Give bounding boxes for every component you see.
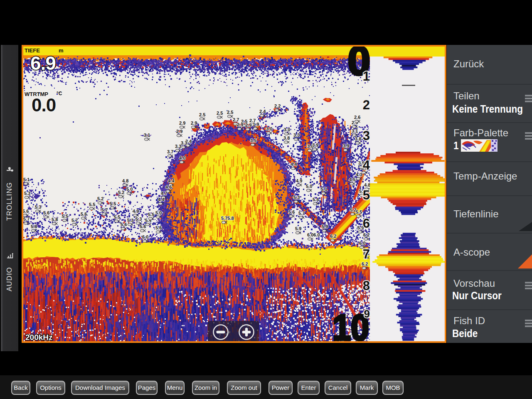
svg-text:5.7: 5.7 [23,217,30,222]
svg-text:3.7: 3.7 [167,149,173,154]
svg-text:7: 7 [363,247,370,261]
svg-text:3.0: 3.0 [266,126,272,131]
svg-text:2.9: 2.9 [245,123,251,128]
svg-text:5.6: 5.6 [43,210,49,215]
svg-text:6.2: 6.2 [363,232,369,237]
svg-text:4.7: 4.7 [161,191,167,196]
svg-text:6.0: 6.0 [359,241,365,246]
svg-text:5.5: 5.5 [62,214,68,219]
svg-text:5.0: 5.0 [155,210,162,215]
svg-text:5: 5 [363,188,370,202]
svg-text:5.9: 5.9 [295,226,301,231]
svg-text:2.2: 2.2 [274,103,281,108]
svg-text:5.0: 5.0 [126,187,133,192]
svg-text:5.6: 5.6 [140,224,146,229]
svg-text:4.4: 4.4 [158,197,165,202]
svg-text:5.5: 5.5 [356,209,362,214]
svg-text:3.8: 3.8 [355,136,361,141]
svg-text:5.1: 5.1 [321,187,327,192]
svg-text:4.9: 4.9 [296,178,302,183]
svg-text:0.0: 0.0 [32,95,56,115]
svg-text:4.4: 4.4 [291,162,297,167]
svg-text:5.5: 5.5 [148,212,154,217]
svg-text:5.9: 5.9 [322,224,328,229]
svg-text:6.0: 6.0 [142,234,148,239]
svg-text:5.2: 5.2 [350,207,356,212]
svg-text:2.4: 2.4 [259,109,266,114]
svg-text:2.9: 2.9 [237,122,243,127]
svg-text:6: 6 [363,216,370,231]
svg-text:m: m [59,47,64,54]
svg-text:5.6: 5.6 [81,212,87,217]
svg-text:5.6: 5.6 [155,225,162,230]
svg-text:2.9: 2.9 [176,129,182,134]
svg-text:4: 4 [363,158,370,172]
svg-text:5.7: 5.7 [298,211,305,216]
svg-text:5.3: 5.3 [24,191,30,196]
svg-text:5.8: 5.8 [52,217,58,222]
svg-text:5.75.8: 5.75.8 [221,216,234,221]
svg-text:3.3: 3.3 [175,144,181,149]
svg-text:8: 8 [363,278,370,293]
svg-text:200kHz: 200kHz [25,333,53,342]
svg-text:6.9: 6.9 [30,52,56,74]
svg-text:5.2: 5.2 [97,196,103,201]
svg-text:2.7: 2.7 [233,117,239,122]
svg-text:1: 1 [363,69,370,84]
svg-text:4.8: 4.8 [364,182,370,187]
svg-text:5.5: 5.5 [89,202,95,207]
svg-text:4.9: 4.9 [133,209,139,214]
svg-text:2: 2 [363,98,370,112]
svg-text:3.1: 3.1 [352,128,358,133]
svg-text:3.3: 3.3 [181,140,187,145]
svg-text:3.9: 3.9 [312,143,318,148]
svg-text:4.8: 4.8 [122,178,128,183]
svg-text:5.3: 5.3 [127,218,133,223]
svg-text:1.9: 1.9 [253,122,259,127]
svg-text:3.3: 3.3 [293,133,300,138]
svg-text:2.9: 2.9 [179,121,185,126]
svg-text:4.3: 4.3 [356,172,362,177]
svg-text:3: 3 [363,128,370,143]
svg-text:6.2: 6.2 [330,234,336,239]
svg-text:4.5: 4.5 [349,177,355,182]
svg-text:5.0: 5.0 [306,184,312,189]
svg-text:4.4: 4.4 [168,178,175,183]
svg-text:°C: °C [57,91,62,96]
svg-text:5.8: 5.8 [31,224,37,229]
svg-text:5.6: 5.6 [121,222,127,227]
svg-text:5.4: 5.4 [313,197,319,202]
svg-text:5.3: 5.3 [293,195,300,200]
svg-text:5.2: 5.2 [118,190,124,195]
svg-text:3.9: 3.9 [343,143,349,148]
svg-text:5.6: 5.6 [288,209,295,214]
svg-text:4.6: 4.6 [165,185,172,190]
svg-text:5.7: 5.7 [101,207,108,212]
svg-text:3.1: 3.1 [144,133,150,138]
svg-text:2.5: 2.5 [227,110,233,115]
svg-text:6.2: 6.2 [362,261,368,266]
svg-text:2.9: 2.9 [191,121,197,126]
svg-text:9: 9 [364,308,370,320]
svg-text:2.5: 2.5 [199,112,205,117]
svg-text:5.6: 5.6 [22,209,29,214]
svg-text:6.06.0: 6.06.0 [307,232,320,237]
svg-text:2.5: 2.5 [217,111,223,116]
svg-text:4.0: 4.0 [179,155,185,160]
svg-text:5.5: 5.5 [110,201,116,206]
svg-text:2.6: 2.6 [354,115,360,120]
svg-text:3.0: 3.0 [284,127,290,132]
svg-text:5.3: 5.3 [35,204,41,209]
svg-text:5.1: 5.1 [23,177,30,182]
svg-text:3.5: 3.5 [250,138,256,143]
svg-text:5.7: 5.7 [71,218,78,223]
svg-text:3.8: 3.8 [283,135,290,140]
svg-text:5.5: 5.5 [114,214,120,219]
svg-text:5.3: 5.3 [135,217,142,222]
